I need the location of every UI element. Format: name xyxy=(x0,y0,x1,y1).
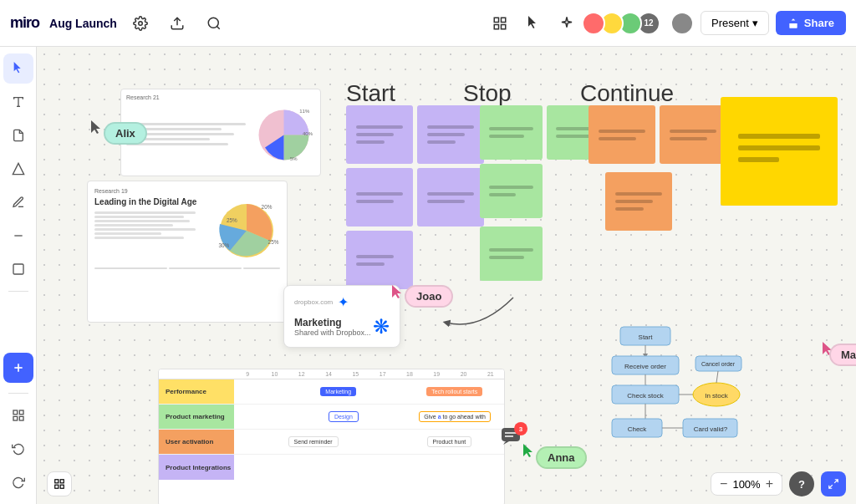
sticky-start-5[interactable] xyxy=(346,231,413,289)
text-tool[interactable] xyxy=(3,87,33,117)
timeline-task-sendreminder: Send reminder xyxy=(288,436,339,447)
svg-text:25%: 25% xyxy=(227,217,237,223)
bottom-bar: − 100% + ? xyxy=(37,464,856,504)
undo-tool[interactable] xyxy=(3,434,33,464)
grid-tool[interactable] xyxy=(3,400,33,430)
sticky-continue-3[interactable] xyxy=(605,172,672,231)
upload-button[interactable] xyxy=(164,10,191,37)
svg-rect-54 xyxy=(60,485,64,488)
toolbar-separator-2 xyxy=(8,393,28,394)
timeline-label-3: User activation xyxy=(159,430,234,454)
help-button[interactable]: ? xyxy=(789,471,814,496)
svg-point-0 xyxy=(139,21,143,25)
zoom-out-button[interactable]: − xyxy=(720,476,727,491)
svg-rect-18 xyxy=(19,416,23,420)
svg-text:5%: 5% xyxy=(290,156,298,161)
svg-rect-7 xyxy=(502,24,506,28)
dropbox-card[interactable]: dropbox.com ✦ Marketing Shared with Drop… xyxy=(283,285,400,348)
svg-rect-51 xyxy=(55,480,59,483)
svg-rect-4 xyxy=(494,18,498,22)
user-avatar[interactable] xyxy=(670,12,694,35)
large-yellow-sticky[interactable] xyxy=(721,97,838,206)
svg-line-41 xyxy=(716,371,718,383)
timeline-task-producthunt: Product hunt xyxy=(427,436,472,447)
svg-rect-6 xyxy=(494,24,498,28)
topbar-right: 12 Present ▾ Share xyxy=(487,10,846,37)
zoom-controls[interactable]: − 100% + xyxy=(711,472,782,496)
share-button[interactable]: Share xyxy=(776,11,846,35)
svg-text:In stock: In stock xyxy=(705,392,729,400)
bottom-right: − 100% + ? xyxy=(711,471,846,496)
svg-text:Receive order: Receive order xyxy=(624,363,666,370)
timeline-row-1: Performance Marketing Tech rollout start… xyxy=(159,379,504,405)
svg-text:40%: 40% xyxy=(303,131,313,136)
apps-button[interactable] xyxy=(487,10,513,37)
board-grid-button[interactable] xyxy=(47,471,72,496)
board-name[interactable]: Aug Launch xyxy=(49,17,117,30)
svg-rect-17 xyxy=(13,416,18,420)
add-tool[interactable] xyxy=(3,353,33,383)
pie-chart-1: 11% 40% 5% xyxy=(252,104,315,166)
timeline-row-2: Product marketing Design Give a to go ah… xyxy=(159,405,504,430)
frame-tool[interactable] xyxy=(3,254,33,284)
timeline-label-1: Performance xyxy=(159,379,234,404)
sticky-stop-3[interactable] xyxy=(480,164,543,218)
svg-rect-15 xyxy=(13,410,18,415)
magic-button[interactable] xyxy=(553,10,580,37)
avatar-group[interactable]: 12 xyxy=(587,12,660,35)
cursor-label-joao: Joao xyxy=(405,285,453,308)
zoom-in-button[interactable]: + xyxy=(766,476,773,491)
timeline-task-marketing: Marketing xyxy=(320,387,356,396)
miro-logo: miro xyxy=(10,14,39,32)
timeline-row-3: User activation Send reminder Product hu… xyxy=(159,430,504,455)
sticky-continue-1[interactable] xyxy=(588,105,655,164)
expand-button[interactable] xyxy=(821,471,846,496)
svg-rect-5 xyxy=(502,18,506,22)
search-button[interactable] xyxy=(201,10,227,37)
bottom-left xyxy=(47,471,72,496)
svg-line-3 xyxy=(217,26,219,28)
cursor-mode-button[interactable] xyxy=(520,10,547,37)
sticky-start-3[interactable] xyxy=(346,168,413,227)
sticky-stop-4[interactable] xyxy=(480,227,543,281)
left-toolbar xyxy=(0,47,37,504)
select-tool[interactable] xyxy=(3,53,33,84)
svg-point-2 xyxy=(208,18,218,28)
section-start: Start xyxy=(346,80,395,107)
shapes-tool[interactable] xyxy=(3,154,33,184)
section-continue: Continue xyxy=(580,80,674,107)
svg-rect-16 xyxy=(19,410,23,415)
topbar: miro Aug Launch 12 Present ▾ xyxy=(0,0,856,47)
pen-tool[interactable] xyxy=(3,187,33,217)
cursor-alix xyxy=(91,120,103,139)
chat-badge: 3 xyxy=(514,422,527,435)
doc-card[interactable]: Research 19 Leading in the Digital Age 2… xyxy=(87,181,288,323)
svg-rect-53 xyxy=(55,485,59,488)
anna-chat-bubble: 3 xyxy=(501,427,524,449)
settings-button[interactable] xyxy=(127,10,154,37)
zoom-level: 100% xyxy=(732,478,760,491)
line-tool[interactable] xyxy=(3,221,33,251)
dropbox-icon: ✦ xyxy=(338,294,349,310)
timeline-task-techrollout: Tech rollout starts xyxy=(426,387,482,396)
timeline-task-giveok: Give a to go ahead with xyxy=(419,411,491,422)
svg-text:Check stock: Check stock xyxy=(627,392,665,400)
sticky-start-1[interactable] xyxy=(346,105,413,164)
sticky-tool[interactable] xyxy=(3,120,33,150)
dropbox-header: dropbox.com ✦ xyxy=(294,294,390,310)
sticky-continue-2[interactable] xyxy=(660,105,726,164)
present-button[interactable]: Present ▾ xyxy=(701,11,769,35)
canvas[interactable]: Start Stop Continue xyxy=(37,47,856,504)
sticky-start-2[interactable] xyxy=(417,105,484,164)
svg-text:25%: 25% xyxy=(268,239,279,245)
toolbar-separator-1 xyxy=(8,291,28,292)
doc-title: Leading in the Digital Age xyxy=(94,197,206,206)
sticky-stop-1[interactable] xyxy=(480,105,543,160)
svg-text:Check: Check xyxy=(628,425,648,433)
section-stop: Stop xyxy=(463,80,512,107)
dropbox-url: dropbox.com xyxy=(294,298,333,306)
redo-tool[interactable] xyxy=(3,467,33,497)
svg-text:Card valid?: Card valid? xyxy=(694,425,728,433)
chart-card-1[interactable]: Research 21 11% 40% 5% xyxy=(120,89,321,176)
sticky-start-4[interactable] xyxy=(417,168,484,227)
